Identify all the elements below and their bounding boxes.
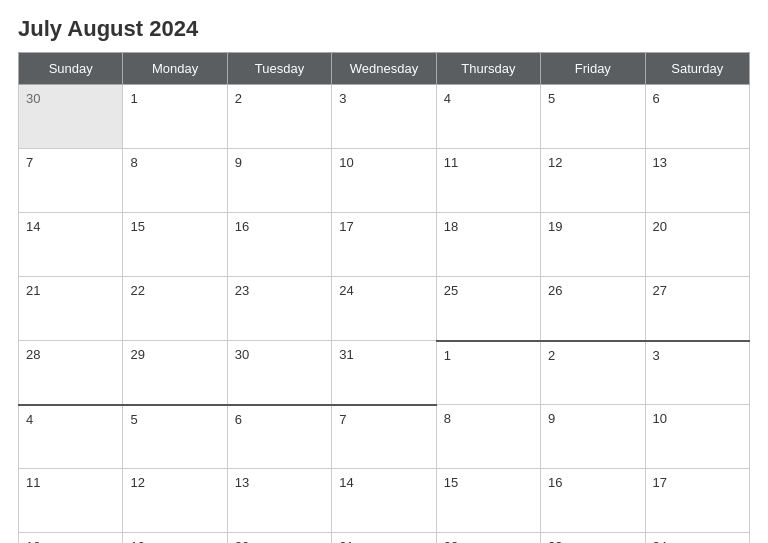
calendar-week-0: 30123456 (19, 85, 750, 149)
calendar-cell: 1 (436, 341, 540, 405)
calendar-cell: 22 (436, 533, 540, 544)
calendar-title: July August 2024 (18, 16, 750, 42)
calendar-cell: 25 (436, 277, 540, 341)
calendar-week-5: 45678910 (19, 405, 750, 469)
calendar-cell: 29 (123, 341, 227, 405)
calendar-cell: 18 (436, 213, 540, 277)
calendar-cell: 9 (541, 405, 645, 469)
calendar-cell: 11 (436, 149, 540, 213)
calendar-body: 3012345678910111213141516171819202122232… (19, 85, 750, 544)
header-monday: Monday (123, 53, 227, 85)
calendar-cell: 24 (645, 533, 749, 544)
header-sunday: Sunday (19, 53, 123, 85)
calendar-cell: 30 (19, 85, 123, 149)
calendar-cell: 14 (332, 469, 436, 533)
calendar-cell: 15 (436, 469, 540, 533)
calendar-cell: 5 (123, 405, 227, 469)
calendar-cell: 21 (332, 533, 436, 544)
header-thursday: Thursday (436, 53, 540, 85)
calendar-week-6: 11121314151617 (19, 469, 750, 533)
calendar-cell: 27 (645, 277, 749, 341)
calendar-cell: 9 (227, 149, 331, 213)
calendar-table: SundayMondayTuesdayWednesdayThursdayFrid… (18, 52, 750, 543)
calendar-week-7: 18192021222324 (19, 533, 750, 544)
calendar-cell: 20 (227, 533, 331, 544)
calendar-week-3: 21222324252627 (19, 277, 750, 341)
calendar-cell: 23 (227, 277, 331, 341)
calendar-cell: 6 (645, 85, 749, 149)
calendar-header: SundayMondayTuesdayWednesdayThursdayFrid… (19, 53, 750, 85)
calendar-cell: 1 (123, 85, 227, 149)
calendar-cell: 24 (332, 277, 436, 341)
header-tuesday: Tuesday (227, 53, 331, 85)
calendar-cell: 26 (541, 277, 645, 341)
calendar-cell: 22 (123, 277, 227, 341)
calendar-cell: 8 (123, 149, 227, 213)
calendar-cell: 16 (227, 213, 331, 277)
calendar-cell: 6 (227, 405, 331, 469)
calendar-cell: 4 (436, 85, 540, 149)
calendar-cell: 13 (645, 149, 749, 213)
calendar-cell: 31 (332, 341, 436, 405)
calendar-cell: 17 (332, 213, 436, 277)
calendar-cell: 19 (123, 533, 227, 544)
calendar-cell: 4 (19, 405, 123, 469)
calendar-cell: 5 (541, 85, 645, 149)
calendar-cell: 13 (227, 469, 331, 533)
calendar-cell: 3 (645, 341, 749, 405)
calendar-cell: 14 (19, 213, 123, 277)
calendar-cell: 17 (645, 469, 749, 533)
header-friday: Friday (541, 53, 645, 85)
calendar-cell: 7 (19, 149, 123, 213)
calendar-cell: 28 (19, 341, 123, 405)
calendar-cell: 12 (541, 149, 645, 213)
calendar-cell: 12 (123, 469, 227, 533)
calendar-cell: 23 (541, 533, 645, 544)
calendar-week-4: 28293031123 (19, 341, 750, 405)
calendar-cell: 2 (541, 341, 645, 405)
calendar-cell: 10 (645, 405, 749, 469)
calendar-cell: 7 (332, 405, 436, 469)
header-saturday: Saturday (645, 53, 749, 85)
calendar-cell: 3 (332, 85, 436, 149)
calendar-week-1: 78910111213 (19, 149, 750, 213)
calendar-week-2: 14151617181920 (19, 213, 750, 277)
calendar-cell: 18 (19, 533, 123, 544)
calendar-cell: 11 (19, 469, 123, 533)
header-wednesday: Wednesday (332, 53, 436, 85)
calendar-cell: 2 (227, 85, 331, 149)
calendar-cell: 8 (436, 405, 540, 469)
calendar-cell: 10 (332, 149, 436, 213)
calendar-cell: 20 (645, 213, 749, 277)
calendar-cell: 30 (227, 341, 331, 405)
calendar-cell: 15 (123, 213, 227, 277)
calendar-cell: 19 (541, 213, 645, 277)
calendar-cell: 21 (19, 277, 123, 341)
calendar-cell: 16 (541, 469, 645, 533)
